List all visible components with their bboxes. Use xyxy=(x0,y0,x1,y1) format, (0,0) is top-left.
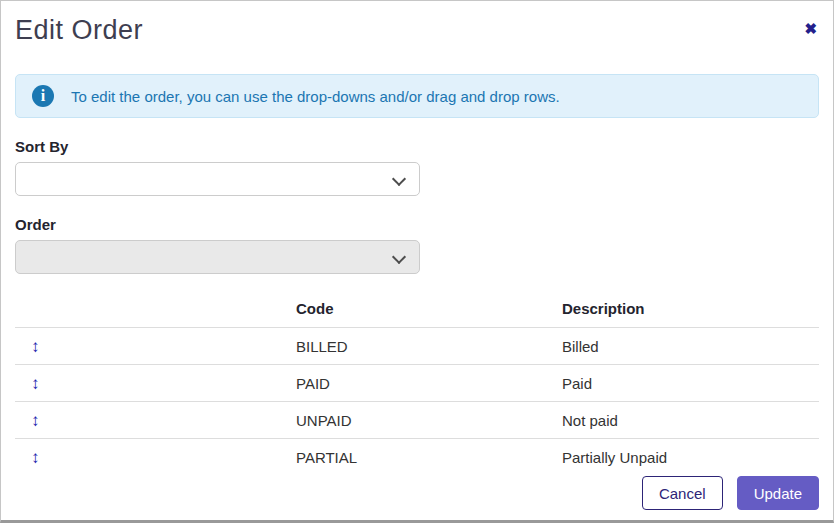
chevron-down-icon xyxy=(392,172,406,186)
drag-column-header xyxy=(15,291,296,328)
code-column-header: Code xyxy=(296,291,562,328)
chevron-down-icon xyxy=(392,250,406,264)
drag-handle-icon[interactable]: ↕ xyxy=(31,376,40,392)
description-cell: Billed xyxy=(562,328,819,365)
close-icon[interactable]: ✖ xyxy=(802,15,819,42)
table-row: ↕ PARTIAL Partially Unpaid xyxy=(15,439,819,476)
drag-handle-icon[interactable]: ↕ xyxy=(31,413,40,429)
code-cell: UNPAID xyxy=(296,402,562,439)
info-message: To edit the order, you can use the drop-… xyxy=(71,88,560,105)
table-header-row: Code Description xyxy=(15,291,819,328)
update-button[interactable]: Update xyxy=(737,476,819,510)
order-label: Order xyxy=(15,216,819,234)
sort-by-select[interactable] xyxy=(15,162,420,196)
cancel-button[interactable]: Cancel xyxy=(642,476,723,510)
order-table: Code Description ↕ BILLED Billed ↕ PAID … xyxy=(15,291,819,475)
sort-by-label: Sort By xyxy=(15,138,819,156)
description-cell: Paid xyxy=(562,365,819,402)
code-cell: PAID xyxy=(296,365,562,402)
description-cell: Not paid xyxy=(562,402,819,439)
code-cell: BILLED xyxy=(296,328,562,365)
info-icon: i xyxy=(32,85,54,107)
drag-handle-icon[interactable]: ↕ xyxy=(31,450,40,466)
order-select xyxy=(15,240,420,274)
code-cell: PARTIAL xyxy=(296,439,562,476)
sort-by-group: Sort By xyxy=(15,138,819,196)
edit-order-dialog: Edit Order ✖ i To edit the order, you ca… xyxy=(0,0,834,523)
table-row: ↕ BILLED Billed xyxy=(15,328,819,365)
description-column-header: Description xyxy=(562,291,819,328)
order-group: Order xyxy=(15,216,819,274)
info-banner: i To edit the order, you can use the dro… xyxy=(15,74,819,118)
table-row: ↕ PAID Paid xyxy=(15,365,819,402)
dialog-header: Edit Order ✖ xyxy=(15,1,819,45)
description-cell: Partially Unpaid xyxy=(562,439,819,476)
table-row: ↕ UNPAID Not paid xyxy=(15,402,819,439)
drag-handle-icon[interactable]: ↕ xyxy=(31,339,40,355)
page-title: Edit Order xyxy=(15,15,143,45)
dialog-footer: Cancel Update xyxy=(642,476,819,510)
